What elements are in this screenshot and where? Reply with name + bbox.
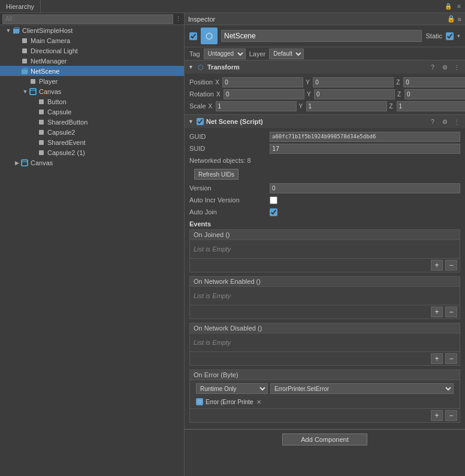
on-joined-add-button[interactable]: +	[431, 260, 443, 271]
auto-incr-checkbox[interactable]	[270, 196, 277, 204]
tree-label-clientsimplehost: ClientSimpleHost	[22, 27, 73, 34]
position-y-label: Y	[306, 79, 312, 86]
error-method-select[interactable]: ErrorPrinter.SetError	[270, 383, 454, 394]
scale-z-input[interactable]	[397, 101, 465, 111]
on-network-enabled-add-button[interactable]: +	[431, 307, 443, 317]
on-joined-body: List is Empty	[190, 240, 460, 258]
static-dropdown-arrow[interactable]: ▾	[457, 33, 460, 39]
on-error-body: Runtime Only Off Editor Only Editor And …	[190, 380, 460, 408]
events-title: Events	[189, 220, 460, 228]
svg-rect-11	[39, 110, 44, 114]
tree-label-canvas: Canvas	[39, 88, 61, 95]
on-network-enabled-remove-button[interactable]: −	[445, 307, 457, 317]
transform-header[interactable]: ▼ ⬡ Transform ? ⚙ ⋮	[185, 60, 465, 74]
hierarchy-item-canvas[interactable]: ▼Canvas	[0, 86, 184, 96]
hierarchy-tab-label: Hierarchy	[6, 3, 34, 10]
transform-help-icon[interactable]: ?	[428, 64, 437, 71]
hierarchy-tab-controls: 🔒 ≡	[443, 0, 465, 13]
tree-arrow-canvas2[interactable]: ▶	[13, 160, 20, 166]
hierarchy-item-clientsimplehost[interactable]: ▼ClientSimpleHost	[0, 25, 184, 35]
netscene-more-icon[interactable]: ⋮	[452, 119, 461, 125]
netscene-controls: ? ⚙ ⋮	[428, 119, 461, 125]
hierarchy-item-capsule[interactable]: Capsule	[0, 107, 184, 117]
static-checkbox[interactable]	[446, 32, 454, 40]
hierarchy-item-capsule2-1[interactable]: Capsule2 (1)	[0, 147, 184, 157]
networked-label: Networked objects: 8	[189, 157, 251, 164]
scale-y-input[interactable]	[306, 101, 387, 111]
tree-icon-button	[37, 98, 46, 106]
hierarchy-item-main-camera[interactable]: Main Camera	[0, 35, 184, 46]
inspector-panel: Inspector 🔒 ≡ ⬡ Static ▾ Ta	[185, 13, 465, 476]
tag-label: Tag	[189, 50, 200, 57]
position-y-field: Y	[306, 77, 394, 87]
rotation-x-input[interactable]	[224, 89, 304, 99]
hierarchy-item-netscene[interactable]: NetScene	[0, 66, 184, 76]
hierarchy-lock-icon[interactable]: 🔒	[443, 2, 454, 10]
scale-z-label: Z	[389, 103, 395, 110]
rotation-z-input[interactable]	[404, 89, 465, 99]
add-component-button[interactable]: Add Component	[282, 433, 367, 445]
netscene-help-icon[interactable]: ?	[428, 119, 437, 125]
hierarchy-item-netmanager[interactable]: NetManager	[0, 56, 184, 66]
on-network-disabled-add-button[interactable]: +	[431, 353, 443, 364]
hierarchy-item-player[interactable]: Player	[0, 76, 184, 86]
netscene-active-checkbox[interactable]	[197, 118, 204, 125]
object-name-input[interactable]	[221, 30, 422, 42]
netscene-header[interactable]: ▼ Net Scene (Script) ? ⚙ ⋮	[185, 115, 465, 128]
transform-component: ▼ ⬡ Transform ? ⚙ ⋮ Position	[185, 60, 465, 115]
hierarchy-item-button[interactable]: Button	[0, 96, 184, 107]
tree-label-main-camera: Main Camera	[31, 37, 70, 44]
hierarchy-item-directional-light[interactable]: Directional Light	[0, 46, 184, 56]
svg-rect-12	[39, 120, 44, 125]
error-obj-close-icon[interactable]: ✕	[256, 399, 261, 405]
netscene-settings-icon[interactable]: ⚙	[440, 119, 449, 125]
on-joined-remove-button[interactable]: −	[445, 260, 457, 271]
on-error-footer: + −	[190, 408, 460, 422]
position-z-input[interactable]	[403, 77, 465, 87]
tag-select[interactable]: Untagged	[204, 48, 246, 59]
on-error-remove-button[interactable]: −	[445, 410, 457, 421]
auto-join-label: Auto Join	[189, 208, 267, 216]
auto-join-checkbox[interactable]	[270, 208, 277, 216]
inspector-lock-icon[interactable]: 🔒	[447, 15, 455, 23]
tree-arrow-clientsimplehost[interactable]: ▼	[5, 28, 12, 34]
tab-hierarchy[interactable]: Hierarchy	[0, 0, 41, 13]
guid-value: a60fc71b1f5b1924b998578d34e5dbd6	[270, 132, 460, 142]
position-z-field: Z	[396, 77, 465, 87]
on-network-disabled-remove-button[interactable]: −	[445, 353, 457, 364]
version-label: Version	[189, 184, 267, 192]
refresh-uids-button[interactable]: Refresh UIDs	[194, 169, 238, 180]
transform-more-icon[interactable]: ⋮	[452, 64, 461, 71]
object-header: ⬡ Static ▾	[185, 25, 465, 47]
inspector-menu-icon[interactable]: ≡	[458, 16, 461, 23]
scale-y-field: Y	[299, 101, 387, 111]
hierarchy-item-sharedevent[interactable]: SharedEvent	[0, 137, 184, 147]
layer-select[interactable]: Default	[269, 48, 304, 59]
networked-row: Networked objects: 8	[185, 154, 465, 166]
position-y-input[interactable]	[313, 77, 394, 87]
tree-icon-sharedbutton	[37, 118, 46, 126]
tag-layer-row: Tag Untagged Layer Default	[185, 47, 465, 60]
scale-x-input[interactable]	[216, 101, 297, 111]
on-network-enabled-body: List is Empty	[190, 287, 460, 305]
hierarchy-item-capsule2[interactable]: Capsule2	[0, 127, 184, 137]
hierarchy-search-bar: ⋮	[0, 13, 184, 25]
hierarchy-item-canvas2[interactable]: ▶Canvas	[0, 157, 184, 168]
search-input[interactable]	[2, 14, 173, 24]
object-active-checkbox[interactable]	[189, 32, 197, 40]
runtime-only-select[interactable]: Runtime Only Off Editor Only Editor And …	[196, 383, 268, 394]
tree-label-capsule: Capsule	[47, 108, 71, 116]
version-input[interactable]	[270, 183, 460, 193]
rotation-y-input[interactable]	[314, 89, 395, 99]
position-x-input[interactable]	[222, 77, 303, 87]
guid-label: GUID	[189, 133, 267, 140]
hierarchy-menu-icon[interactable]: ≡	[455, 2, 463, 10]
tree-icon-main-camera	[20, 37, 29, 45]
error-obj-icon: ⬡	[196, 398, 203, 405]
hierarchy-item-sharedbutton[interactable]: SharedButton	[0, 117, 184, 127]
on-error-add-button[interactable]: +	[431, 410, 443, 421]
tree-arrow-canvas[interactable]: ▼	[22, 89, 29, 95]
transform-settings-icon[interactable]: ⚙	[440, 64, 449, 71]
events-section: Events On Joined () List is Empty	[185, 218, 465, 423]
search-more-icon[interactable]: ⋮	[175, 15, 182, 23]
